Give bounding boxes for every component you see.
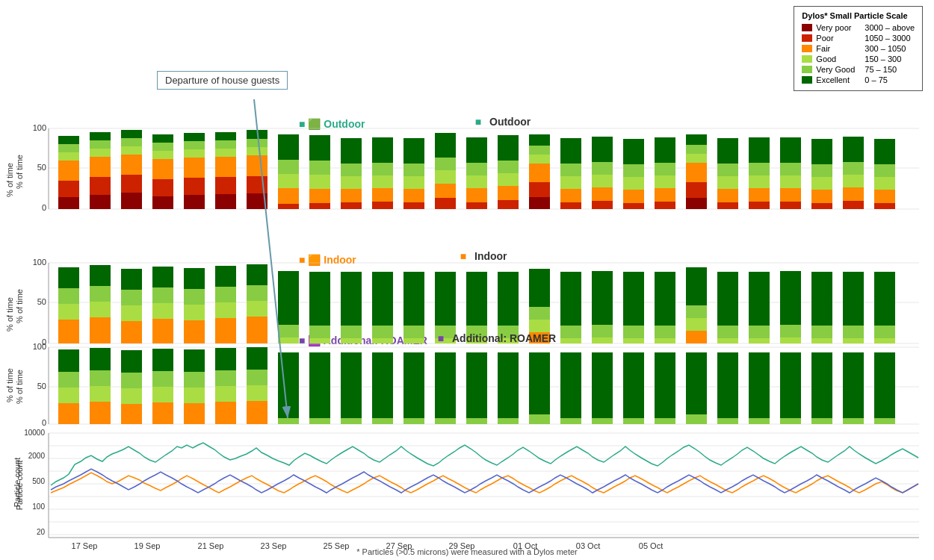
- svg-rect-179: [152, 319, 173, 343]
- svg-rect-51: [184, 141, 205, 149]
- svg-rect-317: [780, 418, 801, 424]
- svg-rect-71: [309, 189, 330, 203]
- svg-rect-50: [184, 149, 205, 158]
- svg-rect-296: [435, 352, 456, 418]
- svg-rect-128: [655, 175, 675, 188]
- svg-rect-234: [655, 272, 675, 326]
- svg-rect-146: [749, 137, 770, 163]
- svg-rect-291: [372, 418, 393, 424]
- svg-rect-250: [811, 272, 832, 326]
- svg-rect-294: [403, 352, 424, 418]
- svg-rect-241: [717, 272, 738, 326]
- svg-rect-155: [811, 164, 832, 177]
- svg-rect-272: [152, 349, 173, 371]
- svg-rect-69: [278, 134, 299, 160]
- svg-rect-203: [341, 272, 362, 326]
- svg-rect-209: [403, 272, 424, 326]
- svg-rect-220: [529, 320, 550, 332]
- svg-rect-253: [843, 272, 864, 326]
- legend-item-range: 0 – 75: [865, 75, 888, 84]
- svg-rect-143: [749, 188, 770, 202]
- svg-rect-167: [58, 320, 79, 343]
- svg-text:500: 500: [32, 477, 45, 485]
- svg-rect-93: [435, 158, 456, 170]
- svg-rect-76: [341, 189, 362, 202]
- svg-rect-292: [372, 352, 393, 418]
- svg-rect-77: [341, 176, 362, 189]
- svg-rect-255: [874, 326, 895, 338]
- svg-rect-81: [372, 188, 393, 202]
- svg-rect-195: [278, 337, 299, 343]
- svg-rect-176: [121, 305, 142, 321]
- svg-rect-46: [152, 134, 173, 143]
- svg-rect-88: [403, 164, 424, 176]
- svg-rect-178: [121, 269, 142, 290]
- svg-rect-63: [247, 139, 267, 147]
- svg-rect-302: [529, 352, 550, 414]
- svg-rect-119: [592, 162, 613, 175]
- svg-rect-289: [341, 418, 362, 424]
- svg-rect-258: [58, 388, 79, 403]
- svg-rect-245: [780, 337, 801, 343]
- svg-rect-98: [466, 163, 487, 175]
- svg-rect-170: [58, 267, 79, 288]
- svg-rect-39: [121, 138, 142, 146]
- svg-rect-270: [152, 387, 173, 402]
- svg-rect-222: [529, 269, 550, 307]
- svg-rect-67: [278, 174, 299, 188]
- svg-rect-40: [121, 130, 142, 138]
- svg-text:■: ■: [438, 332, 444, 344]
- svg-rect-114: [560, 164, 581, 176]
- svg-rect-269: [152, 402, 173, 424]
- svg-rect-82: [372, 175, 393, 188]
- svg-rect-41: [152, 196, 173, 209]
- svg-rect-271: [152, 371, 173, 387]
- svg-rect-174: [90, 265, 111, 286]
- svg-text:Indoor: Indoor: [474, 250, 507, 262]
- svg-rect-188: [215, 302, 236, 318]
- svg-rect-297: [466, 418, 487, 424]
- svg-text:100: 100: [33, 123, 46, 132]
- svg-rect-290: [341, 352, 362, 418]
- svg-rect-66: [278, 188, 299, 204]
- svg-rect-227: [592, 325, 613, 337]
- legend-item: Poor1050 – 3000: [802, 34, 915, 43]
- svg-text:100: 100: [33, 258, 46, 267]
- svg-rect-135: [686, 145, 707, 154]
- svg-rect-281: [247, 401, 267, 424]
- svg-rect-122: [623, 190, 644, 203]
- svg-rect-131: [686, 198, 707, 209]
- svg-rect-127: [655, 188, 675, 202]
- svg-rect-184: [184, 305, 205, 320]
- legend-item: Very poor3000 – above: [802, 23, 915, 32]
- svg-rect-134: [686, 154, 707, 163]
- svg-rect-261: [90, 402, 111, 424]
- annotation-text: Departure of house guests: [165, 75, 279, 86]
- svg-rect-36: [121, 175, 142, 193]
- svg-rect-86: [403, 189, 424, 202]
- svg-rect-148: [780, 188, 801, 202]
- svg-rect-225: [560, 272, 581, 326]
- svg-rect-173: [90, 286, 111, 302]
- svg-rect-300: [498, 352, 519, 418]
- svg-rect-120: [592, 137, 613, 162]
- svg-rect-315: [749, 418, 770, 424]
- svg-rect-239: [717, 338, 738, 343]
- legend-item-range: 300 – 1050: [865, 44, 906, 53]
- svg-rect-254: [874, 338, 895, 343]
- svg-rect-79: [341, 138, 362, 164]
- svg-rect-249: [811, 326, 832, 338]
- svg-rect-240: [717, 326, 738, 338]
- svg-text:50: 50: [37, 163, 46, 172]
- svg-rect-160: [843, 162, 864, 175]
- svg-rect-26: [58, 152, 79, 161]
- svg-rect-57: [215, 140, 236, 149]
- legend-color-swatch: [802, 55, 812, 63]
- svg-rect-190: [215, 266, 236, 287]
- svg-rect-117: [592, 187, 613, 201]
- svg-rect-197: [278, 271, 299, 325]
- svg-rect-64: [247, 130, 267, 139]
- svg-rect-124: [623, 164, 644, 177]
- svg-rect-29: [90, 195, 111, 209]
- svg-rect-283: [247, 370, 267, 385]
